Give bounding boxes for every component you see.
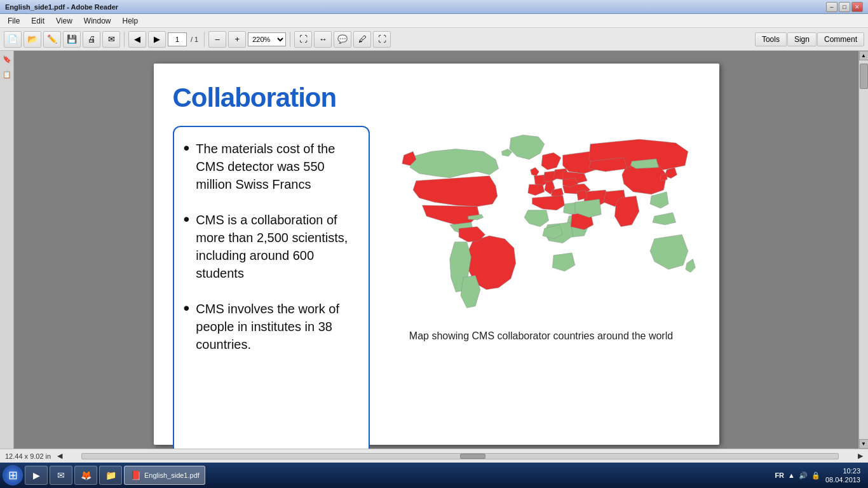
taskbar-btn-pdf[interactable]: 📕 English_side1.pdf — [124, 466, 205, 485]
tools-button[interactable]: Tools — [755, 32, 787, 46]
comment-button[interactable]: 💬 — [334, 31, 351, 48]
zoom-in-button[interactable]: + — [228, 31, 246, 48]
map-container — [383, 126, 700, 324]
window-controls: – □ ✕ — [826, 2, 863, 12]
status-bar: 12.44 x 9.02 in ◀ ▶ — [0, 449, 868, 463]
vertical-scrollbar[interactable]: ▲ ▼ — [858, 51, 868, 449]
date-display: 08.04.2013 — [825, 475, 860, 484]
sign-button[interactable]: Sign — [787, 32, 817, 46]
mail-icon: ✉ — [55, 470, 67, 481]
tray-icon-3: 🔒 — [811, 471, 820, 480]
save-button[interactable]: 💾 — [63, 31, 81, 48]
taskbar-btn-files[interactable]: 📁 — [99, 466, 122, 485]
folder-icon: 📁 — [105, 470, 116, 481]
horizontal-scrollbar[interactable] — [81, 453, 839, 459]
bullet-dot-3: • — [184, 297, 190, 319]
layers-icon[interactable]: 📋 — [1, 69, 13, 80]
taskbar-btn-1[interactable]: ▶ — [25, 466, 48, 485]
bullet-text-1: The materials cost of the CMS detector w… — [196, 140, 355, 193]
fit-page-button[interactable]: ⛶ — [294, 31, 312, 48]
tray-icon-2: 🔊 — [799, 471, 808, 480]
tray-icon-1: ▲ — [788, 471, 795, 479]
menu-window[interactable]: Window — [79, 15, 116, 27]
toolbar-separator-2 — [204, 32, 205, 47]
minimize-button[interactable]: – — [826, 2, 837, 12]
prev-page-button[interactable]: ◀ — [128, 31, 146, 48]
fit-width-button[interactable]: ↔ — [314, 31, 332, 48]
scroll-up-button[interactable]: ▲ — [859, 51, 869, 60]
zoom-select[interactable]: 220% 150% 100% 75% — [248, 32, 286, 46]
world-map — [383, 126, 700, 322]
bullet-item-1: • The materials cost of the CMS detector… — [184, 140, 356, 193]
window-title: English_side1.pdf - Adobe Reader — [5, 3, 118, 11]
page-title: Collaboration — [173, 83, 700, 113]
open-button[interactable]: 📂 — [24, 31, 41, 48]
tray-icons: FR ▲ 🔊 🔒 — [775, 471, 820, 480]
print-button[interactable]: 🖨 — [83, 31, 100, 48]
taskbar: ⊞ ▶ ✉ 🦊 📁 📕 English_side1.pdf FR ▲ 🔊 🔒 1… — [0, 463, 868, 488]
next-page-button[interactable]: ▶ — [148, 31, 166, 48]
bullet-text-2: CMS is a collaboration of more than 2,50… — [196, 211, 355, 282]
menu-file[interactable]: File — [3, 15, 25, 27]
scroll-thumb[interactable] — [860, 64, 868, 89]
page-number-input[interactable] — [168, 32, 187, 46]
scroll-track[interactable] — [860, 60, 868, 439]
map-area: Map showing CMS collaborator countries a… — [383, 126, 700, 342]
scroll-right-indicator: ▶ — [858, 452, 863, 460]
fullscreen-button[interactable]: ⛶ — [373, 31, 391, 48]
zoom-out-button[interactable]: – — [208, 31, 226, 48]
horizontal-scroll-thumb[interactable] — [460, 454, 485, 459]
email-button[interactable]: ✉ — [102, 31, 120, 48]
new-button[interactable]: 📄 — [4, 31, 22, 48]
pdf-page: Collaboration • The materials cost of th… — [154, 64, 719, 445]
menu-view[interactable]: View — [51, 15, 78, 27]
taskbar-tray: FR ▲ 🔊 🔒 10:23 08.04.2013 — [775, 466, 865, 485]
toolbar-right: Tools Sign Comment — [755, 32, 864, 46]
menu-edit[interactable]: Edit — [26, 15, 50, 27]
edit-pdf-button[interactable]: ✏️ — [43, 31, 61, 48]
highlight-button[interactable]: 🖊 — [353, 31, 371, 48]
taskbar-btn-firefox[interactable]: 🦊 — [74, 466, 97, 485]
firefox-icon: 🦊 — [80, 470, 92, 481]
menu-help[interactable]: Help — [118, 15, 144, 27]
lang-indicator: FR — [775, 471, 784, 479]
map-caption: Map showing CMS collaborator countries a… — [409, 330, 673, 342]
start-button[interactable]: ⊞ — [3, 465, 23, 485]
menu-bar: File Edit View Window Help — [0, 14, 868, 28]
page-total-label: / 1 — [189, 36, 200, 43]
active-window-label: English_side1.pdf — [144, 471, 200, 479]
scroll-left-indicator: ◀ — [57, 452, 62, 460]
title-bar: English_side1.pdf - Adobe Reader – □ ✕ — [0, 0, 868, 14]
pdf-viewport[interactable]: Collaboration • The materials cost of th… — [14, 51, 858, 449]
bookmarks-icon[interactable]: 🔖 — [1, 53, 13, 65]
toolbar-separator-1 — [124, 32, 125, 47]
taskbar-btn-2[interactable]: ✉ — [50, 466, 72, 485]
bullet-item-2: • CMS is a collaboration of more than 2,… — [184, 211, 356, 282]
media-icon: ▶ — [31, 470, 42, 481]
clock: 10:23 08.04.2013 — [825, 466, 860, 485]
scroll-down-button[interactable]: ▼ — [859, 439, 869, 449]
maximize-button[interactable]: □ — [839, 2, 850, 12]
bullet-box: • The materials cost of the CMS detector… — [173, 126, 370, 449]
dimensions-label: 12.44 x 9.02 in — [5, 452, 51, 460]
pdf-taskbar-icon: 📕 — [130, 470, 141, 481]
bullet-dot-2: • — [184, 208, 190, 230]
bullet-item-3: • CMS involves the work of people in ins… — [184, 300, 356, 353]
sidebar-panel: 🔖 📋 — [0, 51, 14, 449]
toolbar: 📄 📂 ✏️ 💾 🖨 ✉ ◀ ▶ / 1 – + 220% 150% 100% … — [0, 28, 868, 51]
toolbar-separator-3 — [290, 32, 290, 47]
close-button[interactable]: ✕ — [851, 2, 863, 12]
bullet-text-3: CMS involves the work of people in insti… — [196, 300, 355, 353]
comment-panel-button[interactable]: Comment — [817, 32, 864, 46]
bullet-dot-1: • — [184, 137, 190, 159]
content-area: • The materials cost of the CMS detector… — [173, 126, 700, 449]
time-display: 10:23 — [825, 466, 860, 475]
